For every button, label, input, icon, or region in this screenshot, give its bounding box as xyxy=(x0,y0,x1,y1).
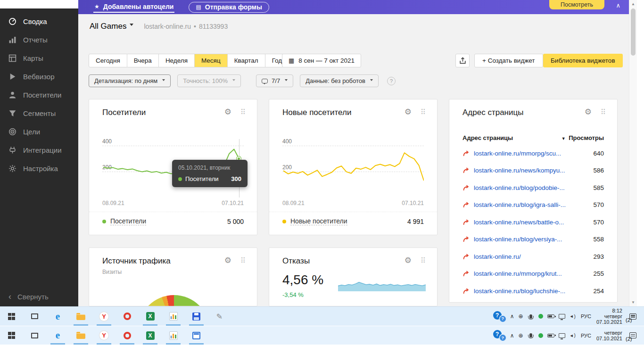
taskbar-app-calendar[interactable] xyxy=(185,326,208,345)
page-link[interactable]: lostark-online.ru/blog/versiya-... xyxy=(474,236,562,243)
autogoals-tab[interactable]: ★ Добавлены автоцели xyxy=(93,1,174,13)
legend-toggle[interactable]: Новые посетители xyxy=(290,217,347,225)
gear-icon[interactable]: ⚙ xyxy=(224,255,231,265)
scroll-down-icon[interactable]: ▼ xyxy=(629,300,637,304)
taskbar-app-edge[interactable]: e xyxy=(46,326,69,345)
sidebar-item-dashboard[interactable]: Сводка xyxy=(0,12,78,31)
drag-handle-icon[interactable]: ⠿ xyxy=(421,108,426,116)
taskbar-app-opera[interactable] xyxy=(116,326,139,345)
sidebar-item-maps[interactable]: Карты xyxy=(0,49,78,67)
period-tab-неделя[interactable]: Неделя xyxy=(159,54,195,67)
taskbar-app-excel[interactable]: X xyxy=(139,307,162,326)
sidebar-item-reports[interactable]: Отчеты xyxy=(0,31,78,49)
view-button[interactable]: Посмотреть xyxy=(549,0,604,9)
tray-expand-icon[interactable]: ∧ xyxy=(510,313,514,320)
clock[interactable]: четверг07.10.2021 xyxy=(596,330,622,341)
period-tab-месяц[interactable]: Месяц xyxy=(195,54,228,67)
new-visitors-line-chart[interactable] xyxy=(283,139,424,197)
accuracy-dropdown[interactable]: Точность: 100% xyxy=(177,74,241,87)
goals-dropdown[interactable]: 7/7 xyxy=(256,74,293,87)
language-indicator[interactable]: РУС xyxy=(581,313,591,319)
scrollbar[interactable]: ▲ ▼ xyxy=(629,0,637,306)
battery-icon[interactable] xyxy=(547,334,554,337)
taskbar-app-edge[interactable]: e xyxy=(46,307,69,326)
gear-icon[interactable]: ⚙ xyxy=(405,255,412,265)
taskbar-app-paint[interactable]: ✎ xyxy=(208,307,231,326)
help-icon[interactable]: ?? xyxy=(493,330,506,341)
gear-icon[interactable]: ⚙ xyxy=(224,107,231,117)
period-tab-квартал[interactable]: Квартал xyxy=(228,54,265,67)
taskbar-app-folder[interactable] xyxy=(69,307,92,326)
battery-icon[interactable] xyxy=(547,314,554,318)
col-views-sort[interactable]: ▼ Просмотры xyxy=(561,134,604,141)
drag-handle-icon[interactable]: ⠿ xyxy=(421,256,426,265)
sidebar-item-integrations[interactable]: Интеграции xyxy=(0,141,78,159)
gear-icon[interactable]: ⚙ xyxy=(405,107,412,117)
tray-expand-icon[interactable]: ∧ xyxy=(510,332,514,339)
page-link[interactable]: lostark-online.ru/blog/luchshie-... xyxy=(474,288,565,295)
period-tab-сегодня[interactable]: Сегодня xyxy=(89,54,127,67)
counter-selector[interactable]: All Games xyxy=(90,22,133,31)
taskbar-app-chart[interactable] xyxy=(162,326,185,345)
taskbar-app-yandex[interactable]: Y xyxy=(92,307,116,326)
gear-icon[interactable]: ⚙ xyxy=(585,107,592,117)
page-link[interactable]: lostark-online.ru/ xyxy=(474,253,521,260)
display-icon[interactable] xyxy=(559,333,565,338)
widget-library-button[interactable]: Библиотека виджетов xyxy=(543,54,623,67)
taskbar-app-opera[interactable] xyxy=(116,307,139,326)
page-link[interactable]: lostark-online.ru/mmorpg/scu... xyxy=(474,150,561,157)
traffic-pie-chart[interactable] xyxy=(138,295,210,306)
sidebar-item-goals[interactable]: Цели xyxy=(0,123,78,141)
help-icon[interactable]: ?? xyxy=(493,311,506,322)
form-send-tab[interactable]: ▤ Отправка формы xyxy=(189,2,269,13)
microphone-icon[interactable] xyxy=(529,314,532,319)
notifications-button[interactable]: (2) xyxy=(629,332,638,338)
taskbar-app-folder[interactable] xyxy=(69,326,92,345)
sidebar-item-visitors[interactable]: Посетители xyxy=(0,86,78,104)
page-link[interactable]: lostark-online.ru/blog/podobie-... xyxy=(474,184,565,191)
help-icon[interactable]: ? xyxy=(387,77,396,85)
create-widget-button[interactable]: + Создать виджет xyxy=(474,54,543,67)
sidebar-item-settings[interactable]: Настройка xyxy=(0,159,78,178)
legend-toggle[interactable]: Посетители xyxy=(110,217,146,225)
tablet-mode-icon[interactable]: ⊕ xyxy=(519,313,523,320)
sidebar-item-webvisor[interactable]: Вебвизор xyxy=(0,67,78,86)
volume-icon[interactable] xyxy=(570,314,576,319)
taskbar-app-yandex[interactable]: Y xyxy=(92,326,116,345)
export-button[interactable] xyxy=(455,54,470,67)
export-icon xyxy=(459,57,467,65)
volume-icon[interactable] xyxy=(570,333,576,338)
tablet-mode-icon[interactable]: ⊕ xyxy=(519,332,523,339)
detalization-dropdown[interactable]: Детализация: по дням xyxy=(89,74,171,87)
drag-handle-icon[interactable]: ⠿ xyxy=(240,256,246,265)
sidebar-collapse-button[interactable]: ‹ Свернуть xyxy=(0,292,78,301)
promo-collapse-icon[interactable]: ∧ xyxy=(616,2,620,9)
drag-handle-icon[interactable]: ⠿ xyxy=(601,108,606,116)
scroll-up-icon[interactable]: ▲ xyxy=(629,2,637,6)
taskbar-app-start[interactable] xyxy=(0,307,23,326)
period-tab-вчера[interactable]: Вчера xyxy=(127,54,159,67)
antivirus-icon[interactable] xyxy=(538,333,543,338)
page-link[interactable]: lostark-online.ru/blog/igra-salli-... xyxy=(474,201,566,208)
language-indicator[interactable]: РУС xyxy=(581,333,591,338)
antivirus-icon[interactable] xyxy=(538,314,543,319)
page-link[interactable]: lostark-online.ru/news/battle-o... xyxy=(474,219,564,226)
taskbar-app-chart[interactable] xyxy=(162,307,185,326)
taskbar-app-start[interactable] xyxy=(0,326,23,345)
taskbar-app-task-view[interactable] xyxy=(23,326,46,345)
page-link[interactable]: lostark-online.ru/mmorpg/krut... xyxy=(474,270,562,277)
date-range-button[interactable]: ▦ 8 сен — 7 окт 2021 xyxy=(282,54,361,67)
data-mode-dropdown[interactable]: Данные: без роботов xyxy=(300,74,379,87)
taskbar-app-excel[interactable]: X xyxy=(139,326,162,345)
scroll-thumb[interactable] xyxy=(631,8,636,56)
taskbar-app-task-view[interactable] xyxy=(23,307,46,326)
taskbar-app-save[interactable] xyxy=(185,307,208,326)
microphone-icon[interactable] xyxy=(529,333,532,337)
drag-handle-icon[interactable]: ⠿ xyxy=(240,108,246,116)
page-link[interactable]: lostark-online.ru/news/kompyu... xyxy=(474,167,565,174)
display-icon[interactable] xyxy=(559,314,565,319)
windows-start-icon xyxy=(8,332,15,339)
sidebar-item-segments[interactable]: Сегменты xyxy=(0,104,78,123)
notifications-button[interactable]: (2) xyxy=(629,313,638,320)
clock[interactable]: 8:12четверг07.10.2021 xyxy=(596,308,622,325)
